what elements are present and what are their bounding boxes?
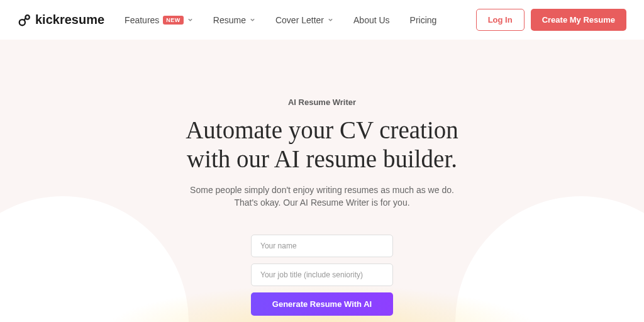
- nav-cover-letter[interactable]: Cover Letter: [275, 15, 333, 25]
- login-button[interactable]: Log In: [476, 9, 525, 31]
- logo[interactable]: kickresume: [18, 13, 104, 27]
- chevron-down-icon: [187, 17, 193, 23]
- subhead-line2: That's okay. Our AI Resume Writer is for…: [234, 197, 409, 208]
- header-actions: Log In Create My Resume: [476, 9, 626, 31]
- create-resume-button[interactable]: Create My Resume: [531, 9, 626, 31]
- main-nav: Features NEW Resume Cover Letter About U…: [125, 15, 436, 25]
- headline: Automate your CV creation with our AI re…: [0, 116, 644, 174]
- nav-resume[interactable]: Resume: [213, 15, 255, 25]
- generate-button[interactable]: Generate Resume With AI: [251, 292, 393, 316]
- site-header: kickresume Features NEW Resume Cover Let…: [0, 0, 644, 40]
- headline-line2: with our AI resume builder.: [187, 145, 457, 172]
- chevron-down-icon: [328, 17, 333, 23]
- job-title-input[interactable]: [251, 264, 393, 286]
- headline-line1: Automate your CV creation: [186, 116, 458, 143]
- nav-pricing[interactable]: Pricing: [410, 15, 437, 25]
- brand-name: kickresume: [35, 13, 104, 27]
- new-badge: NEW: [163, 16, 184, 25]
- chevron-down-icon: [250, 17, 255, 23]
- nav-label: Resume: [213, 15, 246, 25]
- nav-label: Features: [125, 15, 159, 25]
- svg-point-1: [25, 15, 29, 19]
- nav-label: Cover Letter: [275, 15, 324, 25]
- nav-about[interactable]: About Us: [353, 15, 390, 25]
- subhead-line1: Some people simply don't enjoy writing r…: [190, 185, 454, 195]
- eyebrow-text: AI Resume Writer: [0, 97, 644, 107]
- nav-label: About Us: [353, 15, 390, 25]
- subheadline: Some people simply don't enjoy writing r…: [0, 184, 644, 209]
- nav-features[interactable]: Features NEW: [125, 15, 193, 25]
- name-input[interactable]: [251, 235, 393, 257]
- nav-label: Pricing: [410, 15, 437, 25]
- hero-section: AI Resume Writer Automate your CV creati…: [0, 40, 644, 322]
- resume-form: Generate Resume With AI It's free to try…: [0, 235, 644, 322]
- logo-icon: [18, 13, 31, 27]
